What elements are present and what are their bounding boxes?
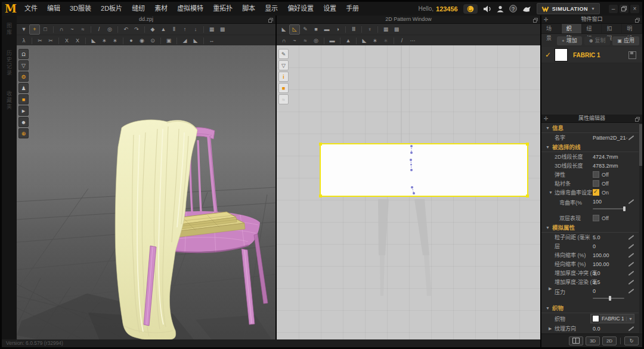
triangle-right-icon[interactable]: ▶ [549, 286, 552, 291]
menu-settings[interactable]: 设置 [318, 2, 341, 16]
edit-pattern-tool[interactable]: ✎ [301, 25, 310, 34]
smoothing-tool[interactable]: ↷ [132, 25, 141, 34]
section-simulation[interactable]: ▼模拟属性 [541, 223, 639, 233]
simulation-button[interactable]: SIMULATION ▼ [537, 3, 600, 14]
texture-dark-tool[interactable]: ∗ [381, 36, 391, 45]
free-sewing-2d-tool[interactable]: ~ [290, 36, 299, 45]
transform-pattern-tool[interactable]: ◺ [290, 25, 299, 34]
section-fabric[interactable]: ▼织物 [541, 303, 639, 313]
free-sewing-tool[interactable]: ~ [67, 25, 77, 34]
show-head-icon[interactable]: ☻ [18, 117, 29, 127]
button-box-tool[interactable]: ▣ [164, 36, 174, 45]
pattern-corner-point[interactable] [526, 143, 529, 146]
feedback-bird-icon[interactable] [522, 5, 531, 13]
credit-coin-icon[interactable] [463, 4, 478, 14]
dock-tab-history[interactable]: 历史记录 [5, 50, 13, 76]
dock-tab-library[interactable]: 图库 [5, 23, 13, 36]
tack-on-avatar-tool[interactable]: ✂ [35, 36, 45, 45]
pattern-piece[interactable] [320, 143, 528, 197]
garment-display-icon[interactable]: ▽ [278, 60, 289, 70]
fabric-list-item[interactable]: ✓ FABRIC 1 [541, 47, 642, 63]
edit-pencil-icon[interactable] [627, 234, 634, 240]
menu-material[interactable]: 素材 [150, 2, 172, 16]
edit-pencil-icon[interactable] [627, 261, 634, 267]
edit-pencil-icon[interactable] [627, 279, 634, 285]
checkbox-on[interactable] [593, 189, 599, 196]
reset-2d-arrangement-all-tool[interactable]: ▲ [159, 25, 168, 34]
slider-thumb[interactable] [609, 296, 611, 301]
restore-button[interactable] [620, 5, 628, 13]
copy-button[interactable]: ⊕复制 [584, 36, 611, 45]
edit-sewing-tool[interactable]: ≈ [78, 25, 88, 34]
viewport-3d[interactable]: Ω▽⚙♟■►☻⊕ [17, 45, 275, 341]
pen-display-icon[interactable]: ✎ [278, 49, 289, 59]
show-2d-dense-grid-tool[interactable]: ▩ [392, 25, 401, 34]
segment-sewing-tool[interactable]: ∩ [57, 25, 66, 34]
fabric-display-icon[interactable]: ■ [278, 83, 289, 93]
fold-2d-tool[interactable]: ◣ [360, 36, 369, 45]
segment-sewing-2d-tool[interactable]: ∩ [279, 36, 289, 45]
remove-pin-tool[interactable]: X [62, 36, 72, 45]
edit-pencil-icon[interactable] [627, 243, 634, 249]
viewport-2d[interactable]: ✎▽i■≈ [277, 45, 540, 341]
section-info[interactable]: ▼信息 [541, 123, 639, 133]
button-tool[interactable]: ● [126, 36, 136, 45]
avatar-walk-tool[interactable]: λ [19, 36, 29, 45]
edit-pencil-icon[interactable] [627, 270, 634, 276]
fabric-dropdown[interactable]: FABRIC 1 ▼ [590, 314, 634, 323]
tab-button[interactable]: 纽扣 [582, 24, 602, 33]
skive-tool[interactable]: ◢ [180, 36, 190, 45]
checkbox-off[interactable] [593, 180, 599, 187]
triangle-right-icon[interactable]: ▶ [549, 326, 552, 331]
pin-box-tool[interactable]: ◎ [105, 25, 114, 34]
drape-paint-tool[interactable]: ◆ [148, 25, 157, 34]
fabric-wind-tool[interactable]: ∗ [100, 36, 109, 45]
show-silhouette-tool[interactable]: ♀ [365, 25, 374, 34]
split-view-button[interactable] [569, 336, 583, 345]
edit-pencil-icon[interactable] [627, 252, 634, 258]
apply-button[interactable]: ▣应用 [612, 36, 639, 45]
pleats-tool[interactable]: Ⅲ [349, 25, 358, 34]
tab-buttonhole[interactable]: 扣眼 [602, 24, 622, 33]
edit-pencil-icon[interactable] [627, 135, 634, 141]
speaker-icon[interactable] [483, 5, 491, 13]
tab-scene[interactable]: 场景 [541, 24, 562, 33]
transform-template-tool[interactable]: ◣ [279, 25, 289, 34]
slider-thumb[interactable] [623, 206, 626, 211]
sewing-display-icon[interactable]: ≈ [278, 94, 289, 104]
section-selected-line[interactable]: ▼被选择的线 [541, 142, 639, 152]
save-icon[interactable] [628, 51, 636, 59]
triangle-down-icon[interactable]: ▼ [549, 190, 553, 194]
measure-tool[interactable]: ↔ [207, 36, 216, 45]
username-label[interactable]: 123456 [436, 5, 458, 13]
simulate-tool[interactable]: ▼ [19, 25, 29, 34]
info-display-icon[interactable]: i [278, 72, 289, 82]
pattern-corner-point[interactable] [319, 194, 322, 197]
trace-line-tool[interactable]: / [397, 36, 407, 45]
add-button[interactable]: +增加 [557, 36, 582, 45]
remove-all-pins-tool[interactable]: X [73, 36, 82, 45]
edit-sewing-2d-tool[interactable]: ◎ [311, 36, 321, 45]
chevron-down-icon[interactable]: ▼ [591, 7, 595, 11]
checkbox-off[interactable] [593, 215, 599, 221]
pressure-slider[interactable] [593, 298, 624, 299]
menu-sewing[interactable]: 缝纫 [127, 2, 150, 16]
pin-tool[interactable]: / [94, 25, 104, 34]
tab-fabric[interactable]: 织物 [562, 24, 582, 33]
menu-edit[interactable]: 编辑 [42, 2, 65, 16]
show-dense-grid-tool[interactable]: ▩ [218, 25, 227, 34]
rectangle-pattern-tool[interactable]: ▬ [322, 25, 332, 34]
pattern-corner-point[interactable] [526, 194, 529, 197]
arrange-down-tool[interactable]: ↓ [191, 25, 200, 34]
close-button[interactable]: × [630, 5, 639, 13]
buttonhole-tool[interactable]: ◉ [137, 36, 147, 45]
help-question-icon[interactable]: ? [509, 5, 517, 13]
simulation-gear-icon[interactable]: ⚙ [18, 72, 29, 82]
seam-taping-tool[interactable]: ▬ [327, 36, 337, 45]
curvature-slider[interactable] [593, 208, 624, 209]
menu-display[interactable]: 显示 [260, 2, 283, 16]
fold-3d-tool[interactable]: ◣ [89, 36, 98, 45]
popout-icon[interactable] [533, 17, 538, 25]
menu-avatar[interactable]: 虚拟模特 [172, 2, 208, 16]
arrange-up-tool[interactable]: ↑ [180, 25, 190, 34]
